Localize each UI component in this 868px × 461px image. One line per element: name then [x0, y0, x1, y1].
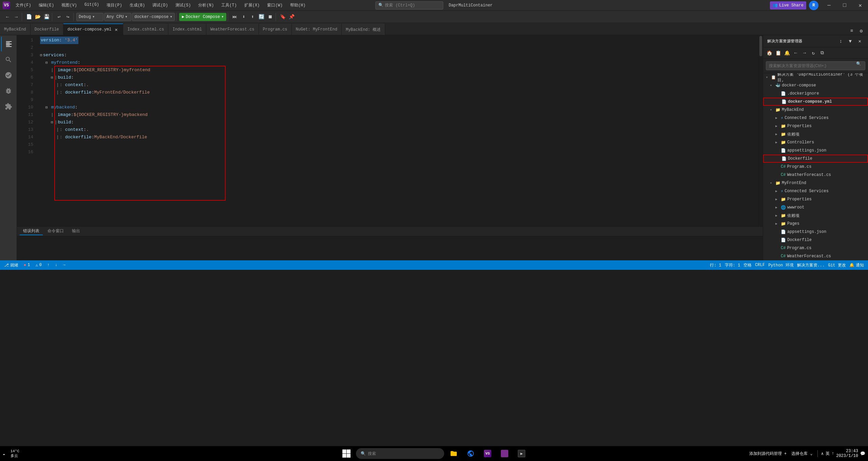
- bottom-tab-errors[interactable]: 错误列表: [20, 228, 43, 235]
- file-appsettings-2[interactable]: 📄 appsettings.json: [763, 228, 868, 236]
- menu-edit[interactable]: 编辑(E): [35, 1, 58, 9]
- file-weatherforecast-front[interactable]: C# WeatherForecast.cs: [763, 252, 868, 260]
- folder-properties-1[interactable]: ▶ 📁 Properties: [763, 122, 868, 130]
- file-program-front[interactable]: C# Program.cs: [763, 244, 868, 252]
- menu-file[interactable]: 文件(F): [12, 1, 35, 9]
- sidebar-sync-button[interactable]: ↕: [837, 37, 845, 45]
- live-share-button[interactable]: 👥 Live Share: [770, 1, 806, 9]
- status-navigate[interactable]: →: [61, 260, 67, 270]
- debug-config-dropdown[interactable]: Debug ▾: [76, 13, 103, 21]
- file-weatherforecast-back[interactable]: C# WeatherForecast.cs: [763, 171, 868, 179]
- sidebar-new-solution-button[interactable]: 🏠: [765, 49, 773, 57]
- taskbar-file-explorer[interactable]: [446, 447, 461, 460]
- code-content[interactable]: version: '3.4' ⊟ services: ⊟ myfrontend:: [37, 35, 758, 226]
- status-down[interactable]: ↓: [54, 260, 59, 270]
- folder-connected-services-1[interactable]: ▶ ⚡ Connected Services: [763, 114, 868, 122]
- activity-git[interactable]: [1, 68, 16, 83]
- taskbar-repo[interactable]: 选择仓库 ⌄: [790, 451, 814, 457]
- minimize-button[interactable]: —: [821, 0, 837, 11]
- status-spaces[interactable]: 空格: [742, 262, 753, 268]
- collapse-icon-10[interactable]: ⊟: [45, 104, 48, 111]
- sidebar-arrow-right-button[interactable]: →: [800, 49, 809, 57]
- project-dropdown[interactable]: docker-compose ▾: [132, 13, 175, 21]
- status-warnings[interactable]: ⚠ 0: [34, 260, 43, 270]
- sidebar-properties-button[interactable]: 📋: [774, 49, 782, 57]
- tab-mybackend-overview[interactable]: MyBackEnd: 概述: [342, 23, 385, 35]
- back-button[interactable]: ←: [3, 13, 12, 21]
- activity-explorer[interactable]: [1, 37, 16, 52]
- menu-debug[interactable]: 调试(D): [149, 1, 171, 9]
- code-editor[interactable]: 1 2 3 4 5 6 7 8 9 10 11 12 13 14 15 16: [17, 35, 763, 226]
- tab-dockerfile[interactable]: Dockerfile: [31, 23, 63, 35]
- stop-button[interactable]: ⏹: [266, 13, 274, 21]
- taskbar-source-control[interactable]: 添加到源代码管理 +: [748, 451, 788, 457]
- menu-window[interactable]: 窗口(W): [264, 1, 286, 9]
- tab-index-cshtml-cs[interactable]: Index.cshtml.cs: [123, 23, 168, 35]
- status-notification[interactable]: 🔔 通知: [848, 262, 865, 268]
- close-button[interactable]: ✕: [852, 0, 868, 11]
- restart-button[interactable]: 🔄: [257, 13, 265, 21]
- file-appsettings-1[interactable]: 📄 appsettings.json: [763, 146, 868, 155]
- tab-nuget[interactable]: NuGet: MyFrontEnd: [292, 23, 342, 35]
- folder-controllers[interactable]: ▶ 📁 Controllers: [763, 138, 868, 146]
- step-into-button[interactable]: ⬇: [240, 13, 248, 21]
- run-button[interactable]: ▶ Docker Compose ▾: [179, 13, 226, 21]
- menu-extensions[interactable]: 扩展(X): [241, 1, 263, 9]
- folder-dependencies-2[interactable]: ▶ 📁 依赖项: [763, 212, 868, 220]
- step-out-button[interactable]: ⬆: [248, 13, 257, 21]
- tab-mybackend[interactable]: MyBackEnd: [0, 23, 31, 35]
- start-button[interactable]: [339, 447, 354, 460]
- tab-program[interactable]: Program.cs: [259, 23, 292, 35]
- taskbar-purple-app[interactable]: [497, 447, 512, 460]
- project-myfrontend[interactable]: ▾ 📁 MyFrontEnd: [763, 179, 868, 187]
- taskbar-shell[interactable]: ▶: [514, 447, 529, 460]
- file-program-back[interactable]: C# Program.cs: [763, 163, 868, 171]
- user-avatar[interactable]: R: [809, 1, 818, 10]
- folder-wwwroot[interactable]: ▶ 🌐 wwwroot: [763, 203, 868, 212]
- folder-properties-2[interactable]: ▶ 📁 Properties: [763, 195, 868, 203]
- forward-button[interactable]: →: [12, 13, 20, 21]
- file-dockerignore[interactable]: 📄 .dockerignore: [763, 89, 868, 98]
- editor-scrollbar[interactable]: [758, 35, 763, 226]
- menu-view[interactable]: 视图(V): [58, 1, 80, 9]
- status-up[interactable]: ↑: [46, 260, 51, 270]
- bottom-tab-output[interactable]: 输出: [69, 228, 83, 235]
- pin-button[interactable]: 📌: [287, 13, 296, 21]
- folder-dependencies-1[interactable]: ▶ 📁 依赖项: [763, 130, 868, 138]
- collapse-icon-4[interactable]: ⊟: [45, 59, 48, 66]
- project-mybackend[interactable]: ▾ 📁 MyBackEnd: [763, 106, 868, 114]
- sidebar-arrow-up-button[interactable]: ←: [792, 49, 800, 57]
- menu-tools[interactable]: 工具(T): [218, 1, 240, 9]
- platform-dropdown[interactable]: Any CPU ▾: [104, 13, 131, 21]
- tab-list-button[interactable]: ≡: [848, 27, 856, 35]
- file-docker-compose-yml[interactable]: 📄 docker-compose.yml: [763, 98, 868, 106]
- tab-docker-compose[interactable]: docker-compose.yml ✕: [63, 23, 124, 35]
- file-dockerfile-back[interactable]: 📄 Dockerfile: [763, 155, 868, 163]
- solution-root[interactable]: ▾ 📋 解决方案 'DaprMultiContainer' (3 个项目,: [763, 73, 868, 81]
- status-line[interactable]: 行: 1: [709, 262, 723, 268]
- redo-button[interactable]: ↪: [64, 13, 72, 21]
- status-solution-explorer[interactable]: 解决方案资...: [796, 262, 826, 268]
- bookmark-button[interactable]: 🔖: [279, 13, 287, 21]
- maximize-button[interactable]: □: [837, 0, 852, 11]
- taskbar-edge[interactable]: [463, 447, 478, 460]
- tab-index-cshtml[interactable]: Index.cshtml: [168, 23, 206, 35]
- sidebar-filter-button[interactable]: ▼: [846, 37, 854, 45]
- file-dockerfile-front[interactable]: 📄 Dockerfile: [763, 236, 868, 244]
- tab-weatherforecast[interactable]: WeatherForecast.cs: [206, 23, 259, 35]
- status-git-changes[interactable]: Git 更改: [827, 262, 847, 268]
- menu-git[interactable]: Git(G): [81, 1, 102, 9]
- status-python[interactable]: Python 环境: [767, 262, 795, 268]
- status-errors[interactable]: ✖ 1: [22, 260, 31, 270]
- menu-analyze[interactable]: 分析(N): [195, 1, 217, 9]
- folder-connected-services-2[interactable]: ▶ ⚡ Connected Services: [763, 187, 868, 195]
- activity-extensions[interactable]: [1, 99, 16, 114]
- bottom-tab-command[interactable]: 命令窗口: [44, 228, 67, 235]
- menu-build[interactable]: 生成(B): [126, 1, 149, 9]
- taskbar-search[interactable]: 🔍 搜索: [356, 448, 444, 459]
- step-over-button[interactable]: ⏭: [231, 13, 239, 21]
- tab-settings-button[interactable]: ⚙: [857, 27, 865, 35]
- undo-button[interactable]: ↩: [55, 13, 63, 21]
- menu-project[interactable]: 项目(P): [103, 1, 126, 9]
- tab-close-button[interactable]: ✕: [113, 27, 119, 32]
